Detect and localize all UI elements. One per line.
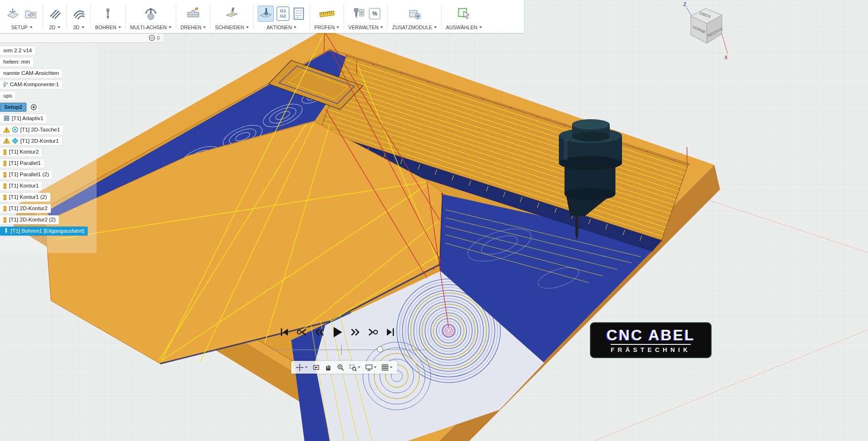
- tool-library-button[interactable]: [351, 6, 366, 21]
- toolbar-separator: [176, 4, 176, 29]
- timeline-slider-handle[interactable]: [377, 346, 383, 352]
- tab-setup[interactable]: SETUP: [5, 24, 38, 32]
- measure-button[interactable]: [319, 6, 336, 21]
- tab-multi-achsen[interactable]: MULTI-ACHSEN: [130, 24, 172, 32]
- operation-icon: [3, 149, 7, 155]
- step-back-icon: [314, 327, 325, 337]
- browser-item-adaptiv1[interactable]: [T1] Adaptiv1: [0, 114, 47, 123]
- tab-3d[interactable]: 3D: [71, 24, 86, 32]
- operation-icon: [3, 160, 7, 167]
- step-forward-icon: [350, 327, 360, 337]
- view-navigation-bar: [291, 361, 397, 374]
- setup-sheet-button[interactable]: [292, 6, 305, 21]
- browser-item-2d-kontur1[interactable]: [T1] 2D-Kontur1: [0, 137, 62, 146]
- browser-item-label: [T1] 2D-Tasche1: [20, 126, 60, 133]
- browser-item-label: [T1] 2D-Kontur1: [20, 138, 59, 145]
- browser-item-document-name[interactable]: orm 2.2 v14: [0, 46, 35, 55]
- browser-item-2d-kontur2[interactable]: [T1] 2D-Kontur2: [0, 204, 51, 213]
- browser-item-setup2[interactable]: Setup2: [0, 103, 38, 112]
- tab-schneiden-label: SCHNEIDEN: [215, 24, 244, 30]
- post-process-button[interactable]: G1 G2: [277, 7, 289, 21]
- chevron-down-icon: [358, 367, 360, 368]
- pan-button[interactable]: [325, 364, 332, 371]
- 3d-milling-button[interactable]: [71, 6, 86, 21]
- tab-zusatzmodule[interactable]: ZUSATZMODULE: [392, 24, 437, 32]
- timeline-track[interactable]: [271, 350, 428, 350]
- toolbar-group-schneiden: SCHNEIDEN: [212, 0, 252, 33]
- go-to-end-button[interactable]: [385, 327, 395, 337]
- toolbar-group-drehen: DREHEN: [177, 0, 209, 33]
- play-button[interactable]: [332, 326, 343, 338]
- tab-bohren[interactable]: BOHREN: [95, 24, 121, 32]
- zoom-button[interactable]: [337, 364, 344, 371]
- drill-button[interactable]: [100, 6, 115, 21]
- tab-2d[interactable]: 2D: [47, 24, 62, 32]
- panel-resize-grip[interactable]: [157, 36, 160, 40]
- operation-icon: [3, 194, 7, 201]
- ribbon-toolbar: SETUP 2D 3D: [0, 0, 524, 33]
- browser-item-label: CAM-Komponente:1: [10, 81, 59, 88]
- 2d-pocket-button[interactable]: [47, 6, 62, 21]
- next-operation-button[interactable]: [368, 327, 378, 337]
- grid-settings-button[interactable]: [381, 364, 393, 371]
- add-ins-button[interactable]: [407, 6, 422, 21]
- browser-item-units[interactable]: heiten: mm: [0, 57, 33, 66]
- lathe-button[interactable]: [186, 6, 201, 21]
- go-to-start-button[interactable]: [280, 327, 289, 337]
- percent-label: %: [372, 10, 377, 17]
- previous-operation-button[interactable]: [296, 327, 307, 337]
- previous-operation-icon: [296, 327, 307, 337]
- look-at-button[interactable]: [312, 364, 320, 371]
- cutting-button[interactable]: [224, 6, 239, 21]
- tab-drehen[interactable]: DREHEN: [180, 24, 206, 32]
- simulation-timeline[interactable]: [271, 350, 428, 350]
- browser-item-parallel1[interactable]: [T1] Parallel1: [0, 159, 44, 168]
- warning-icon: [3, 138, 10, 144]
- orbit-move-button[interactable]: [296, 364, 308, 371]
- select-button[interactable]: [457, 6, 472, 21]
- simulate-button[interactable]: [258, 6, 274, 22]
- display-settings-icon: [365, 364, 373, 371]
- tab-aktionen[interactable]: AKTIONEN: [258, 24, 305, 32]
- percent-button[interactable]: %: [369, 8, 380, 19]
- step-back-button[interactable]: [314, 327, 325, 337]
- logo-line1: CNC ABEL: [606, 327, 695, 343]
- pan-icon: [325, 364, 332, 371]
- browser-item-kontur1[interactable]: [T1] Kontur1: [0, 181, 42, 190]
- browser-item-kontur1-2[interactable]: [T1] Kontur1 (2): [0, 193, 50, 202]
- tab-2d-label: 2D: [49, 24, 55, 30]
- next-operation-icon: [368, 327, 378, 337]
- browser-item-cam-component[interactable]: CAM-Komponente:1: [0, 80, 62, 89]
- tab-aktionen-label: AKTIONEN: [267, 24, 292, 30]
- chevron-down-icon: [374, 367, 377, 368]
- display-settings-button[interactable]: [365, 364, 377, 371]
- browser-item-bohren1[interactable]: [T1] Bohren1 [Eilgangausfahrt]: [0, 227, 88, 236]
- step-forward-button[interactable]: [350, 327, 360, 337]
- toolbar-separator: [253, 4, 254, 29]
- toolbar-group-2d: 2D: [44, 0, 66, 33]
- stock-setup-button[interactable]: [5, 6, 20, 21]
- active-setup-radio[interactable]: [29, 103, 38, 111]
- view-cube[interactable]: Z OBEN VORNE RECHTS X: [680, 0, 732, 64]
- setup-folder-button[interactable]: [23, 6, 38, 21]
- browser-item-2d-kontur2-2[interactable]: [T1] 2D-Kontur2 (2): [0, 215, 59, 224]
- cam-3d-viewport[interactable]: [0, 0, 868, 441]
- browser-item-parallel1-2[interactable]: [T1] Parallel1 (2): [0, 170, 52, 179]
- multi-axis-button[interactable]: [143, 6, 158, 21]
- tab-pruefen[interactable]: PRÜFEN: [314, 24, 339, 32]
- post-process-g1-label: G1: [280, 8, 286, 14]
- toolbar-group-multi-achsen: MULTI-ACHSEN: [127, 0, 175, 33]
- browser-item-setups[interactable]: ups: [0, 91, 16, 100]
- browser-item-label: [T1] Parallel1 (2): [9, 171, 49, 178]
- toolbar-group-bohren: BOHREN: [92, 0, 124, 33]
- browser-item-named-views[interactable]: nannte CAM-Ansichten: [0, 69, 62, 78]
- tab-auswaehlen[interactable]: AUSWÄHLEN: [446, 24, 482, 32]
- tab-auswaehlen-label: AUSWÄHLEN: [446, 24, 477, 30]
- browser-item-2d-tasche1[interactable]: [T1] 2D-Tasche1: [0, 125, 63, 134]
- zoom-window-button[interactable]: [349, 364, 360, 371]
- fusion-cam-window: SETUP 2D 3D: [0, 0, 868, 441]
- tab-verwalten[interactable]: VERWALTEN: [348, 24, 383, 32]
- browser-item-kontur2[interactable]: [T1] Kontur2: [0, 147, 42, 156]
- collapse-panel-icon[interactable]: [149, 35, 155, 41]
- tab-schneiden[interactable]: SCHNEIDEN: [215, 24, 249, 32]
